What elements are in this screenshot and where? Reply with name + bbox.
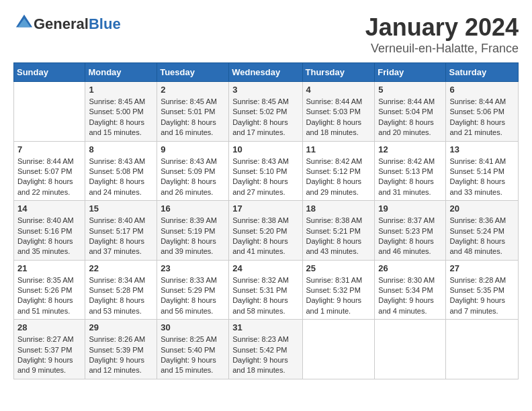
day-number: 1: [89, 85, 153, 95]
day-number: 15: [89, 203, 153, 214]
day-info: Sunrise: 8:38 AMSunset: 5:20 PMDaylight:…: [232, 216, 298, 257]
day-number: 31: [232, 322, 298, 332]
day-info: Sunrise: 8:45 AMSunset: 5:02 PMDaylight:…: [232, 97, 298, 138]
calendar-cell: 11Sunrise: 8:42 AMSunset: 5:12 PMDayligh…: [302, 141, 375, 201]
day-number: 18: [306, 203, 371, 214]
weekday-header-friday: Friday: [375, 63, 446, 82]
day-info: Sunrise: 8:28 AMSunset: 5:35 PMDaylight:…: [449, 275, 515, 317]
day-info: Sunrise: 8:42 AMSunset: 5:13 PMDaylight:…: [378, 156, 442, 198]
calendar-table: SundayMondayTuesdayWednesdayThursdayFrid…: [13, 62, 519, 379]
calendar-cell: [14, 82, 85, 142]
logo-icon: [15, 13, 34, 32]
calendar-cell: 17Sunrise: 8:38 AMSunset: 5:20 PMDayligh…: [229, 201, 302, 261]
title-block: January 2024 Verneuil-en-Halatte, France: [365, 13, 519, 56]
calendar-cell: 12Sunrise: 8:42 AMSunset: 5:13 PMDayligh…: [375, 141, 446, 201]
calendar-cell: 1Sunrise: 8:45 AMSunset: 5:00 PMDaylight…: [85, 82, 157, 142]
day-number: 20: [449, 203, 515, 214]
calendar-cell: 10Sunrise: 8:43 AMSunset: 5:10 PMDayligh…: [229, 141, 302, 201]
day-info: Sunrise: 8:30 AMSunset: 5:34 PMDaylight:…: [378, 275, 442, 317]
day-number: 12: [378, 144, 442, 154]
day-info: Sunrise: 8:35 AMSunset: 5:26 PMDaylight:…: [17, 275, 81, 317]
calendar-cell: [446, 320, 519, 379]
day-number: 30: [161, 322, 225, 332]
weekday-header-monday: Monday: [85, 63, 157, 82]
logo-blue-text: Blue: [89, 15, 121, 32]
day-number: 2: [161, 85, 225, 95]
calendar-week-row: 14Sunrise: 8:40 AMSunset: 5:16 PMDayligh…: [14, 201, 519, 261]
day-number: 7: [17, 144, 81, 154]
day-info: Sunrise: 8:27 AMSunset: 5:37 PMDaylight:…: [17, 334, 81, 376]
day-number: 5: [378, 85, 442, 95]
calendar-week-row: 1Sunrise: 8:45 AMSunset: 5:00 PMDaylight…: [14, 82, 519, 142]
day-info: Sunrise: 8:43 AMSunset: 5:09 PMDaylight:…: [161, 156, 225, 198]
day-number: 17: [232, 203, 298, 214]
day-info: Sunrise: 8:31 AMSunset: 5:32 PMDaylight:…: [306, 275, 371, 317]
day-number: 22: [89, 263, 153, 273]
calendar-cell: 2Sunrise: 8:45 AMSunset: 5:01 PMDaylight…: [157, 82, 229, 142]
day-number: 26: [378, 263, 442, 273]
calendar-cell: 29Sunrise: 8:26 AMSunset: 5:39 PMDayligh…: [85, 320, 157, 379]
day-info: Sunrise: 8:45 AMSunset: 5:00 PMDaylight:…: [89, 97, 153, 138]
day-info: Sunrise: 8:44 AMSunset: 5:06 PMDaylight:…: [449, 97, 515, 138]
day-info: Sunrise: 8:38 AMSunset: 5:21 PMDaylight:…: [306, 216, 371, 257]
calendar-cell: [302, 320, 375, 379]
calendar-cell: 19Sunrise: 8:37 AMSunset: 5:23 PMDayligh…: [375, 201, 446, 261]
day-info: Sunrise: 8:42 AMSunset: 5:12 PMDaylight:…: [306, 156, 371, 198]
day-number: 28: [17, 322, 81, 332]
calendar-cell: 24Sunrise: 8:32 AMSunset: 5:31 PMDayligh…: [229, 260, 302, 320]
location-title: Verneuil-en-Halatte, France: [365, 42, 519, 56]
page-header: GeneralBlue January 2024 Verneuil-en-Hal…: [13, 13, 519, 56]
day-info: Sunrise: 8:44 AMSunset: 5:07 PMDaylight:…: [17, 156, 81, 198]
day-info: Sunrise: 8:40 AMSunset: 5:17 PMDaylight:…: [89, 216, 153, 257]
calendar-cell: 15Sunrise: 8:40 AMSunset: 5:17 PMDayligh…: [85, 201, 157, 261]
calendar-week-row: 21Sunrise: 8:35 AMSunset: 5:26 PMDayligh…: [14, 260, 519, 320]
day-number: 25: [306, 263, 371, 273]
calendar-cell: 25Sunrise: 8:31 AMSunset: 5:32 PMDayligh…: [302, 260, 375, 320]
day-number: 10: [232, 144, 298, 154]
day-info: Sunrise: 8:39 AMSunset: 5:19 PMDaylight:…: [161, 216, 225, 257]
day-number: 4: [306, 85, 371, 95]
weekday-header-tuesday: Tuesday: [157, 63, 229, 82]
calendar-cell: 27Sunrise: 8:28 AMSunset: 5:35 PMDayligh…: [446, 260, 519, 320]
calendar-cell: 18Sunrise: 8:38 AMSunset: 5:21 PMDayligh…: [302, 201, 375, 261]
day-number: 6: [449, 85, 515, 95]
calendar-cell: 16Sunrise: 8:39 AMSunset: 5:19 PMDayligh…: [157, 201, 229, 261]
calendar-cell: 20Sunrise: 8:36 AMSunset: 5:24 PMDayligh…: [446, 201, 519, 261]
calendar-cell: 14Sunrise: 8:40 AMSunset: 5:16 PMDayligh…: [14, 201, 85, 261]
calendar-cell: 28Sunrise: 8:27 AMSunset: 5:37 PMDayligh…: [14, 320, 85, 379]
day-info: Sunrise: 8:36 AMSunset: 5:24 PMDaylight:…: [449, 216, 515, 257]
day-info: Sunrise: 8:45 AMSunset: 5:01 PMDaylight:…: [161, 97, 225, 138]
day-number: 13: [449, 144, 515, 154]
calendar-cell: 4Sunrise: 8:44 AMSunset: 5:03 PMDaylight…: [302, 82, 375, 142]
day-info: Sunrise: 8:41 AMSunset: 5:14 PMDaylight:…: [449, 156, 515, 198]
weekday-header-wednesday: Wednesday: [229, 63, 302, 82]
logo: GeneralBlue: [13, 13, 121, 35]
day-number: 8: [89, 144, 153, 154]
weekday-header-row: SundayMondayTuesdayWednesdayThursdayFrid…: [14, 63, 519, 82]
calendar-cell: 13Sunrise: 8:41 AMSunset: 5:14 PMDayligh…: [446, 141, 519, 201]
day-number: 27: [449, 263, 515, 273]
calendar-cell: 21Sunrise: 8:35 AMSunset: 5:26 PMDayligh…: [14, 260, 85, 320]
day-info: Sunrise: 8:40 AMSunset: 5:16 PMDaylight:…: [17, 216, 81, 257]
weekday-header-saturday: Saturday: [446, 63, 519, 82]
day-number: 3: [232, 85, 298, 95]
day-info: Sunrise: 8:26 AMSunset: 5:39 PMDaylight:…: [89, 334, 153, 376]
calendar-cell: 7Sunrise: 8:44 AMSunset: 5:07 PMDaylight…: [14, 141, 85, 201]
day-number: 23: [161, 263, 225, 273]
day-info: Sunrise: 8:34 AMSunset: 5:28 PMDaylight:…: [89, 275, 153, 317]
calendar-cell: 22Sunrise: 8:34 AMSunset: 5:28 PMDayligh…: [85, 260, 157, 320]
day-info: Sunrise: 8:44 AMSunset: 5:04 PMDaylight:…: [378, 97, 442, 138]
logo-general-text: General: [34, 15, 89, 32]
day-info: Sunrise: 8:43 AMSunset: 5:10 PMDaylight:…: [232, 156, 298, 198]
day-info: Sunrise: 8:32 AMSunset: 5:31 PMDaylight:…: [232, 275, 298, 317]
calendar-cell: 26Sunrise: 8:30 AMSunset: 5:34 PMDayligh…: [375, 260, 446, 320]
calendar-cell: 31Sunrise: 8:23 AMSunset: 5:42 PMDayligh…: [229, 320, 302, 379]
day-info: Sunrise: 8:33 AMSunset: 5:29 PMDaylight:…: [161, 275, 225, 317]
calendar-cell: [375, 320, 446, 379]
calendar-cell: 23Sunrise: 8:33 AMSunset: 5:29 PMDayligh…: [157, 260, 229, 320]
day-info: Sunrise: 8:37 AMSunset: 5:23 PMDaylight:…: [378, 216, 442, 257]
day-number: 9: [161, 144, 225, 154]
day-number: 16: [161, 203, 225, 214]
calendar-cell: 3Sunrise: 8:45 AMSunset: 5:02 PMDaylight…: [229, 82, 302, 142]
day-number: 24: [232, 263, 298, 273]
